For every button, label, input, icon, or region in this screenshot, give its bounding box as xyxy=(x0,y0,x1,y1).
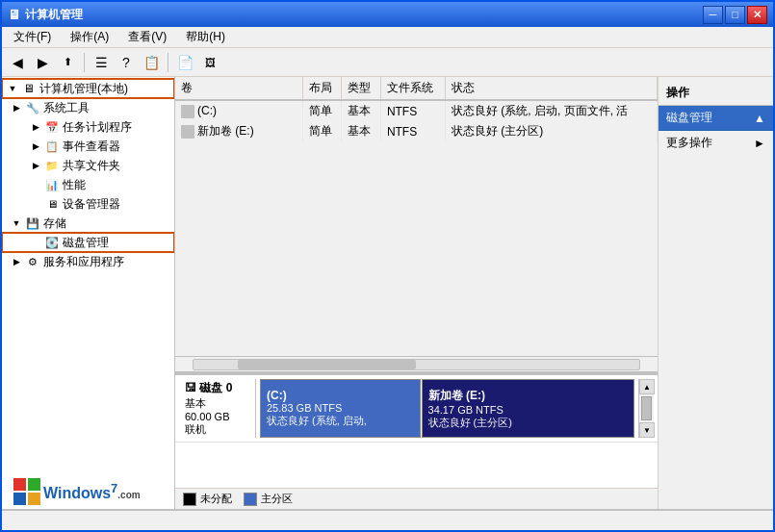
col-type[interactable]: 类型 xyxy=(342,77,381,100)
computer-icon: 🖥 xyxy=(21,81,37,96)
volume-panel: 卷 布局 类型 文件系统 状态 (C:) 简单 基本 xyxy=(175,77,658,374)
show-hide-button[interactable]: ☰ xyxy=(90,51,113,74)
tree-item-services[interactable]: ▶ ⚙ 服务和应用程序 xyxy=(2,252,174,271)
expand-icon: ▶ xyxy=(10,101,23,114)
table-row[interactable]: 新加卷 (E:) 简单 基本 NTFS 状态良好 (主分区) xyxy=(175,121,658,141)
tree-item-storage[interactable]: ▼ 💾 存储 xyxy=(2,214,174,233)
menu-action[interactable]: 操作(A) xyxy=(63,27,116,47)
tree-label-performance: 性能 xyxy=(63,177,86,193)
legend-label-primary: 主分区 xyxy=(261,492,293,506)
tree-label-shared-folders: 共享文件夹 xyxy=(63,158,120,174)
legend-bar: 未分配 主分区 xyxy=(175,488,658,509)
tree-item-task-sched[interactable]: ▶ 📅 任务计划程序 xyxy=(2,117,174,137)
tree-label-storage: 存储 xyxy=(43,215,66,232)
title-bar: 🖥 计算机管理 ─ □ ✕ xyxy=(2,2,773,27)
separator-1 xyxy=(84,53,85,72)
tree-item-shared-folders[interactable]: ▶ 📁 共享文件夹 xyxy=(2,156,174,175)
export-button[interactable]: 📄 xyxy=(173,51,196,74)
partition-e-size: 34.17 GB NTFS xyxy=(428,404,628,416)
vol-status-2: 状态良好 (主分区) xyxy=(445,121,657,141)
menu-help[interactable]: 帮助(H) xyxy=(178,27,233,47)
properties-button[interactable]: 📋 xyxy=(140,51,163,74)
col-layout[interactable]: 布局 xyxy=(302,77,342,100)
window-title: 计算机管理 xyxy=(25,7,83,23)
hscrollbar-thumb[interactable] xyxy=(238,360,416,369)
tree-label-event-viewer: 事件查看器 xyxy=(63,139,120,155)
ops-disk-mgmt-label: 磁盘管理 xyxy=(666,110,712,126)
hscrollbar-track[interactable] xyxy=(193,359,640,370)
ops-disk-mgmt[interactable]: 磁盘管理 ▲ xyxy=(659,106,773,131)
tools-icon: 🔧 xyxy=(25,100,40,115)
folder-icon: 📁 xyxy=(44,158,60,173)
vol-type-1: 基本 xyxy=(342,100,381,121)
perf-icon: 📊 xyxy=(44,177,60,192)
partition-c-name: (C:) xyxy=(267,389,414,402)
forward-button[interactable]: ▶ xyxy=(31,51,54,74)
bottom-left: 🖫 磁盘 0 基本 60.00 GB 联机 (C:) 25.83 GB NTFS… xyxy=(175,374,658,509)
ops-more-actions-arrow: ► xyxy=(754,137,765,150)
help-button[interactable]: ? xyxy=(115,51,138,74)
bottom-area: 🖫 磁盘 0 基本 60.00 GB 联机 (C:) 25.83 GB NTFS… xyxy=(175,374,658,509)
tree-item-performance[interactable]: 📊 性能 xyxy=(2,175,174,194)
main-content: ▼ 🖥 计算机管理(本地) ▶ 🔧 系统工具 ▶ 📅 任务计划程序 ▶ 📋 事件… xyxy=(2,77,773,509)
disk-type: 基本 xyxy=(185,396,249,411)
expand-icon-event: ▶ xyxy=(29,139,42,153)
vol-fs-2: NTFS xyxy=(380,121,445,141)
tree-label-sys-tools: 系统工具 xyxy=(43,100,90,116)
back-button[interactable]: ◀ xyxy=(6,51,29,74)
ops-title: 操作 xyxy=(659,81,773,105)
legend-box-primary xyxy=(244,493,257,506)
tree-item-event-viewer[interactable]: ▶ 📋 事件查看器 xyxy=(2,137,174,156)
vol-name-2: 新加卷 (E:) xyxy=(197,124,254,138)
event-icon: 📋 xyxy=(44,139,60,154)
disk-label: 🖫 磁盘 0 xyxy=(185,380,249,396)
close-button[interactable]: ✕ xyxy=(747,6,767,24)
vol-name-1: (C:) xyxy=(197,104,217,117)
table-row[interactable]: (C:) 简单 基本 NTFS 状态良好 (系统, 启动, 页面文件, 活 xyxy=(175,100,658,121)
tree-item-disk-mgmt[interactable]: 💽 磁盘管理 xyxy=(2,233,174,252)
tree-item-device-mgr[interactable]: 🖥 设备管理器 xyxy=(2,194,174,214)
expand-icon-disk xyxy=(29,236,42,249)
disk-partitions-0: (C:) 25.83 GB NTFS 状态良好 (系统, 启动, 新加卷 (E:… xyxy=(256,379,638,438)
legend-primary: 主分区 xyxy=(244,492,293,506)
maximize-button[interactable]: □ xyxy=(725,6,745,24)
partition-c[interactable]: (C:) 25.83 GB NTFS 状态良好 (系统, 启动, xyxy=(260,379,421,438)
scroll-thumb[interactable] xyxy=(641,396,652,420)
col-volume[interactable]: 卷 xyxy=(175,77,302,100)
ops-more-actions[interactable]: 更多操作 ► xyxy=(659,131,773,155)
up-button[interactable]: ⬆ xyxy=(56,51,79,74)
device-icon: 🖥 xyxy=(44,196,60,212)
separator-2 xyxy=(168,53,168,72)
scroll-up-arrow[interactable]: ▲ xyxy=(639,379,655,394)
tree-label-services: 服务和应用程序 xyxy=(43,254,124,270)
main-window: 🖥 计算机管理 ─ □ ✕ 文件(F) 操作(A) 查看(V) 帮助(H) ◀ … xyxy=(0,0,775,532)
minimize-button[interactable]: ─ xyxy=(703,6,723,24)
menu-bar: 文件(F) 操作(A) 查看(V) 帮助(H) xyxy=(2,27,773,48)
partition-e[interactable]: 新加卷 (E:) 34.17 GB NTFS 状态良好 (主分区) xyxy=(422,379,634,438)
menu-file[interactable]: 文件(F) xyxy=(6,27,59,47)
expand-icon-services: ▶ xyxy=(10,255,23,268)
tree-item-root[interactable]: ▼ 🖥 计算机管理(本地) xyxy=(2,79,174,98)
services-icon: ⚙ xyxy=(25,254,40,269)
storage-icon: 💾 xyxy=(25,215,40,231)
status-bar xyxy=(2,509,773,530)
expand-icon-shared: ▶ xyxy=(29,159,42,172)
legend-unallocated: 未分配 xyxy=(183,492,232,506)
disk-row-0: 🖫 磁盘 0 基本 60.00 GB 联机 (C:) 25.83 GB NTFS… xyxy=(175,375,658,443)
menu-view[interactable]: 查看(V) xyxy=(120,27,174,47)
partition-c-status: 状态良好 (系统, 启动, xyxy=(267,414,414,428)
disk-status: 联机 xyxy=(185,422,249,437)
title-bar-left: 🖥 计算机管理 xyxy=(8,7,83,23)
tree-item-sys-tools[interactable]: ▶ 🔧 系统工具 xyxy=(2,98,174,117)
col-status[interactable]: 状态 xyxy=(445,77,657,100)
vol-status-1: 状态良好 (系统, 启动, 页面文件, 活 xyxy=(445,100,657,121)
vol-layout-2: 简单 xyxy=(302,121,342,141)
icon-button[interactable]: 🖼 xyxy=(198,51,221,74)
ops-disk-mgmt-arrow: ▲ xyxy=(754,112,765,125)
disk-info-0: 🖫 磁盘 0 基本 60.00 GB 联机 xyxy=(179,379,256,438)
col-fs[interactable]: 文件系统 xyxy=(380,77,445,100)
vol-fs-1: NTFS xyxy=(380,100,445,121)
vol-layout-1: 简单 xyxy=(302,100,342,121)
hscrollbar[interactable] xyxy=(175,356,658,371)
scroll-down-arrow[interactable]: ▼ xyxy=(639,422,655,438)
